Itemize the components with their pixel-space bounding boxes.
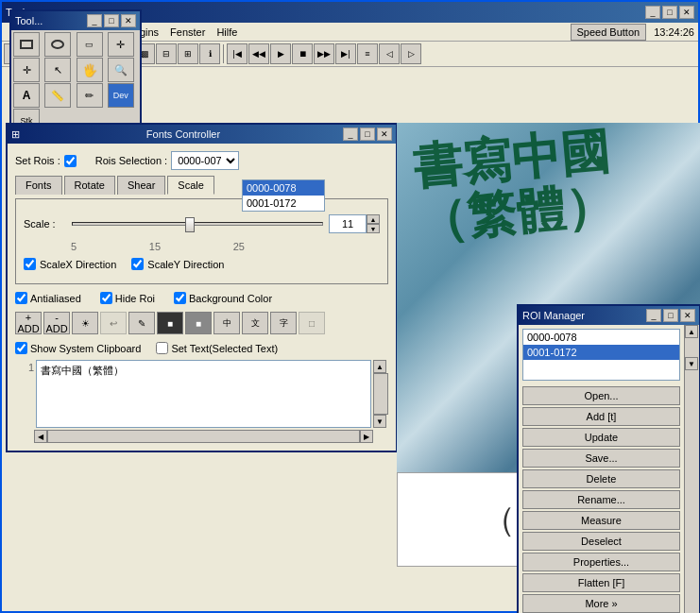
hscroll-right[interactable]: ▶ (360, 430, 373, 443)
scale-slider-track[interactable] (72, 222, 323, 226)
icon-ch2[interactable]: 文 (242, 312, 268, 334)
tool-dev[interactable]: Dev (108, 83, 134, 108)
scalex-checkbox[interactable] (24, 258, 36, 270)
icon-dark[interactable]: ■ (157, 312, 183, 334)
tool-arrow[interactable]: ↖ (44, 58, 71, 82)
roi-minimize[interactable]: _ (646, 309, 661, 322)
scroll-up[interactable]: ▲ (373, 360, 386, 373)
tb-merge[interactable]: ⊞ (178, 43, 198, 64)
slider-row: Scale : 11 ▲ ▼ (24, 214, 380, 233)
scale-ticks: 5 15 25 (24, 241, 250, 252)
tab-content-scale: Scale : 11 ▲ ▼ 5 15 25 (15, 198, 388, 284)
scale-spinbox[interactable]: 11 (329, 214, 367, 233)
icon-sun[interactable]: ☀ (72, 312, 98, 334)
tb-play[interactable]: ▶ (270, 43, 291, 64)
roi-rename-btn[interactable]: Rename... (522, 490, 680, 509)
scroll-down[interactable]: ▼ (373, 415, 386, 428)
icon-extra[interactable]: □ (299, 312, 325, 334)
scaley-checkbox[interactable] (131, 258, 144, 270)
fonts-title-bar: ⊞ Fonts Controller _ □ ✕ (8, 125, 396, 144)
fonts-close[interactable]: ✕ (377, 128, 392, 141)
antialiased-checkbox[interactable] (15, 292, 27, 304)
set-text-checkbox[interactable] (156, 342, 168, 354)
tb-extra2[interactable]: ▷ (401, 43, 421, 64)
tool-cross[interactable]: ✛ (108, 32, 134, 57)
icon-add[interactable]: +ADD (15, 312, 42, 334)
roi-delete-btn[interactable]: Delete (522, 469, 680, 488)
tick-25: 25 (233, 241, 245, 252)
tools-close[interactable]: ✕ (121, 14, 136, 27)
tool-measure[interactable]: 📏 (44, 83, 71, 108)
roi-open-btn[interactable]: Open... (522, 386, 680, 405)
direction-row: ScaleX Direction ScaleY Direction (24, 258, 380, 270)
tools-maximize[interactable]: □ (104, 14, 119, 27)
tb-info[interactable]: ℹ (199, 43, 220, 64)
tb-forward[interactable]: ▶▶ (314, 43, 334, 64)
scale-slider-thumb[interactable] (185, 217, 195, 232)
roi-item-0[interactable]: 0000-0078 (523, 330, 679, 345)
roi-item-1[interactable]: 0001-0172 (523, 345, 679, 360)
tools-minimize[interactable]: _ (87, 14, 102, 27)
roi-properties-btn[interactable]: Properties... (522, 553, 680, 571)
roi-close[interactable]: ✕ (680, 309, 695, 322)
tb-stack[interactable]: ≡ (357, 43, 378, 64)
rois-selection-label: Rois Selection : (95, 155, 167, 166)
tab-scale[interactable]: Scale (167, 176, 214, 195)
close-button[interactable]: ✕ (679, 6, 694, 19)
hide-roi-checkbox[interactable] (100, 292, 112, 304)
dropdown-item-1[interactable]: 0001-0172 (243, 196, 324, 211)
roi-add-btn[interactable]: Add [t] (522, 407, 680, 426)
roi-update-btn[interactable]: Update (522, 428, 680, 447)
tb-prev[interactable]: |◀ (227, 43, 248, 64)
antialiased-label: Antialiased (30, 293, 81, 304)
roi-maximize[interactable]: □ (663, 309, 678, 322)
roi-measure-btn[interactable]: Measure (522, 511, 680, 530)
tool-move[interactable]: ✛ (13, 58, 40, 82)
scale-spin-down[interactable]: ▼ (367, 224, 380, 233)
tool-hand2[interactable]: 🖐 (77, 58, 103, 82)
tool-zoom[interactable]: 🔍 (108, 58, 134, 82)
set-rois-checkbox[interactable] (64, 155, 77, 167)
menu-fenster[interactable]: Fenster (164, 25, 211, 40)
tb-extra1[interactable]: ◁ (379, 43, 400, 64)
tool-rect[interactable] (13, 32, 40, 57)
clipboard-checkbox[interactable] (15, 342, 27, 354)
tb-stop[interactable]: ⏹ (292, 43, 313, 64)
roi-scroll-down[interactable]: ▼ (685, 357, 698, 370)
tool-oval[interactable] (44, 32, 71, 57)
roi-window: ROI Manager _ □ ✕ 0000-0078 0001-0172 Op… (517, 304, 700, 613)
tool-text[interactable]: A (13, 83, 40, 108)
bg-color-checkbox[interactable] (174, 292, 186, 304)
icon-gray[interactable]: ■ (185, 312, 212, 334)
roi-scroll-up[interactable]: ▲ (685, 325, 698, 338)
scale-spin-up[interactable]: ▲ (367, 214, 380, 224)
roi-flatten-btn[interactable]: Flatten [F] (522, 573, 680, 592)
tool-roundrect[interactable]: ▭ (77, 32, 103, 57)
icon-edit[interactable]: ✎ (128, 312, 155, 334)
text-content-area[interactable]: 書寫中國（繁體） (36, 360, 371, 428)
icon-remove[interactable]: -ADD (43, 312, 70, 334)
menu-hilfe[interactable]: Hilfe (211, 25, 243, 40)
icon-ch1[interactable]: 中 (213, 312, 240, 334)
fonts-maximize[interactable]: □ (360, 128, 375, 141)
maximize-button[interactable]: □ (662, 6, 677, 19)
icon-undo[interactable]: ↩ (100, 312, 127, 334)
minimize-button[interactable]: _ (645, 6, 660, 19)
tb-rewind[interactable]: ◀◀ (248, 43, 269, 64)
tab-rotate[interactable]: Rotate (64, 176, 115, 195)
roi-save-btn[interactable]: Save... (522, 449, 680, 468)
rois-selection-select[interactable]: 0000-0078 0001-0172 (171, 151, 239, 170)
hscroll-left[interactable]: ◀ (34, 430, 47, 443)
tab-fonts[interactable]: Fonts (15, 176, 62, 195)
roi-deselect-btn[interactable]: Deselect (522, 532, 680, 551)
tool-pencil[interactable]: ✏ (77, 83, 103, 108)
roi-more-btn[interactable]: More » (522, 594, 680, 613)
tab-shear[interactable]: Shear (117, 176, 165, 195)
icon-ch3[interactable]: 字 (270, 312, 297, 334)
fonts-minimize[interactable]: _ (343, 128, 358, 141)
tb-next[interactable]: ▶| (335, 43, 356, 64)
tb-split[interactable]: ⊟ (156, 43, 177, 64)
speed-button[interactable]: Speed Button (571, 24, 647, 41)
text-content: 書寫中國（繁體） (41, 365, 124, 376)
dropdown-item-0[interactable]: 0000-0078 (243, 180, 324, 196)
